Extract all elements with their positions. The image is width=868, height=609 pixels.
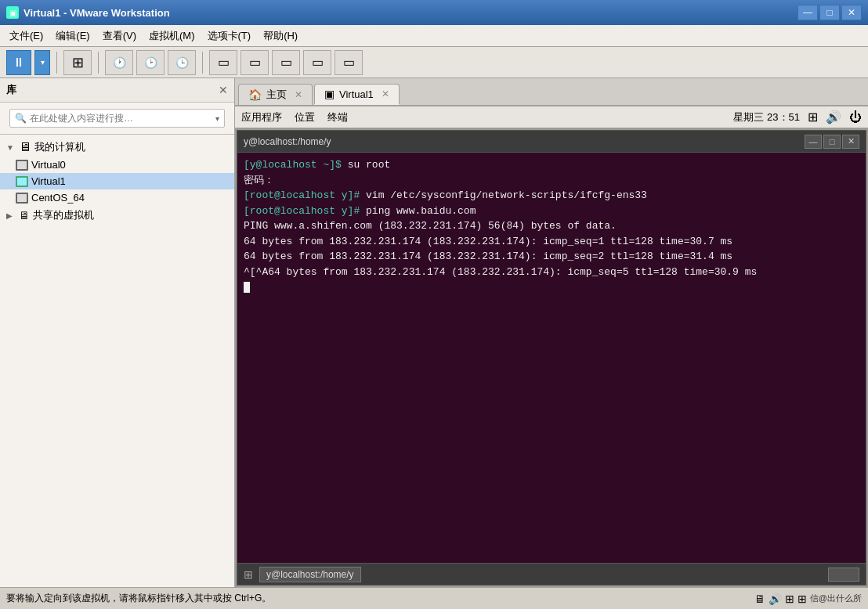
snapshot-button[interactable]: 🕐 (105, 50, 133, 75)
tree-item-virtual0[interactable]: Virtual0 (0, 157, 234, 173)
toolbar-separator-3 (202, 52, 203, 74)
snapshot-manager-button[interactable]: 🕒 (168, 50, 196, 75)
term-output-5: PING www.a.shifen.com (183.232.231.174) … (244, 220, 617, 232)
pause-button[interactable]: ⏸ (6, 50, 31, 75)
tree-label-virtual1: Virtual1 (31, 175, 66, 187)
term-line-7: 64 bytes from 183.232.231.174 (183.232.2… (244, 249, 859, 265)
status-vm-icon-2[interactable]: ⊞ (797, 593, 807, 605)
tree-label-virtual0: Virtual0 (31, 159, 66, 171)
terminal-controls: — □ ✕ (805, 135, 859, 149)
unity-button[interactable]: ▭ (303, 50, 331, 75)
vm-toolbar-terminal[interactable]: 终端 (327, 110, 348, 124)
vm-icon-centos64 (16, 193, 28, 204)
fit-guest-button[interactable]: ▭ (209, 50, 237, 75)
tree-toggle-my-computer[interactable]: ▼ (6, 143, 16, 152)
tab-home-label: 主页 (266, 88, 287, 102)
tab-home-close[interactable]: ✕ (295, 89, 302, 100)
vm-datetime: 星期三 23：51 (733, 110, 800, 124)
tree-label-centos64: CentOS_64 (31, 192, 85, 204)
tab-virtual1[interactable]: ▣ Virtual1 ✕ (314, 84, 400, 105)
minimize-button[interactable]: — (797, 5, 818, 20)
term-cursor (244, 282, 250, 293)
vm-icon-virtual0 (16, 160, 28, 171)
tree-item-centos64[interactable]: CentOS_64 (0, 189, 234, 206)
term-line-3: [root@localhost y]# vim /etc/sysconfig/n… (244, 188, 859, 204)
menu-edit[interactable]: 编辑(E) (49, 26, 96, 46)
menu-view[interactable]: 查看(V) (96, 26, 143, 46)
menu-file[interactable]: 文件(E) (3, 26, 49, 46)
term-output-7: 64 bytes from 183.232.231.174 (183.232.2… (244, 250, 732, 262)
status-bar: 要将输入定向到该虚拟机，请将鼠标指针移入其中或按 Ctrl+G。 🖥 🔊 ⊞ ⊞… (0, 587, 868, 609)
menu-vm[interactable]: 虚拟机(M) (143, 26, 201, 46)
tree-item-my-computer[interactable]: ▼ 🖥 我的计算机 (0, 138, 234, 157)
revert-button[interactable]: 🕑 (136, 50, 165, 75)
status-text: 要将输入定向到该虚拟机，请将鼠标指针移入其中或按 Ctrl+G。 (6, 592, 271, 605)
maximize-button[interactable]: □ (819, 5, 840, 20)
term-cmd-1: su root (348, 159, 391, 171)
terminal-bottom-expand-icon[interactable]: ⊞ (244, 568, 253, 581)
term-prompt-3: [root@localhost y]# (244, 189, 366, 201)
vm-screen[interactable]: y@localhost:/home/y — □ ✕ [y@localhost ~… (235, 128, 868, 587)
vm-toolbar-apps[interactable]: 应用程序 (241, 110, 282, 124)
sidebar-header: 库 ✕ (0, 78, 234, 103)
close-button[interactable]: ✕ (841, 5, 862, 20)
menu-help[interactable]: 帮助(H) (257, 26, 304, 46)
term-prompt-4: [root@localhost y]# (244, 205, 366, 217)
terminal-titlebar: y@localhost:/home/y — □ ✕ (237, 131, 866, 153)
full-screen-button[interactable]: ▭ (272, 50, 300, 75)
sidebar-title: 库 (6, 83, 16, 97)
tree-item-virtual1[interactable]: Virtual1 (0, 173, 234, 189)
shared-icon: 🖥 (19, 209, 30, 222)
term-line-5: PING www.a.shifen.com (183.232.231.174) … (244, 218, 859, 234)
status-vm-icon-1[interactable]: ⊞ (785, 593, 794, 605)
terminal-bottom: ⊞ y@localhost:/home/y (237, 563, 866, 585)
status-audio-icon[interactable]: 🔊 (769, 593, 782, 605)
window-controls: — □ ✕ (797, 5, 862, 20)
computer-icon: 🖥 (19, 140, 31, 154)
status-extra-text: 信@出什么所 (810, 593, 862, 604)
terminal-maximize[interactable]: □ (823, 135, 841, 149)
tree-toggle-shared[interactable]: ▶ (6, 211, 16, 220)
vm-toolbar: 应用程序 位置 终端 星期三 23：51 ⊞ 🔊 ⏻ (235, 106, 868, 128)
term-output-6: 64 bytes from 183.232.231.174 (183.232.2… (244, 236, 732, 247)
home-tab-icon: 🏠 (248, 88, 262, 101)
tab-home[interactable]: 🏠 主页 ✕ (238, 84, 313, 105)
fit-window-button[interactable]: ▭ (241, 50, 269, 75)
preferences-button[interactable]: ▭ (335, 50, 363, 75)
term-line-1: [y@localhost ~]$ su root (244, 157, 859, 173)
vm-toolbar-places[interactable]: 位置 (295, 110, 315, 124)
tabs-bar: 🏠 主页 ✕ ▣ Virtual1 ✕ (235, 78, 868, 106)
terminal-window: y@localhost:/home/y — □ ✕ [y@localhost ~… (237, 130, 866, 586)
tree-item-shared[interactable]: ▶ 🖥 共享的虚拟机 (0, 206, 234, 225)
title-bar: ▣ Virtual1 - VMware Workstation — □ ✕ (0, 0, 868, 25)
terminal-bottom-box (828, 568, 859, 582)
toolbar-separator-1 (56, 52, 57, 74)
status-network-icon[interactable]: 🖥 (754, 593, 765, 605)
status-icons: 🖥 🔊 ⊞ ⊞ 信@出什么所 (754, 593, 862, 605)
term-line-8: ^[^A64 bytes from 183.232.231.174 (183.2… (244, 265, 859, 280)
terminal-content[interactable]: [y@localhost ~]$ su root 密码： [root@local… (237, 153, 866, 563)
terminal-bottom-tab[interactable]: y@localhost:/home/y (259, 567, 361, 582)
term-cursor-line (244, 279, 859, 295)
terminal-minimize[interactable]: — (805, 135, 822, 149)
tab-virtual1-close[interactable]: ✕ (382, 88, 389, 99)
menu-tabs[interactable]: 选项卡(T) (201, 26, 258, 46)
search-input[interactable] (30, 113, 171, 124)
main-area: 库 ✕ 🔍 ▾ ▼ 🖥 我的计算机 Virtual0 (0, 78, 868, 587)
vm-volume-icon[interactable]: 🔊 (826, 110, 841, 124)
pause-dropdown[interactable]: ▾ (34, 50, 50, 75)
search-icon: 🔍 (15, 113, 27, 124)
tab-virtual1-label: Virtual1 (339, 88, 374, 100)
sidebar-close-button[interactable]: ✕ (219, 84, 228, 96)
search-dropdown-icon[interactable]: ▾ (215, 114, 219, 123)
menu-bar: 文件(E) 编辑(E) 查看(V) 虚拟机(M) 选项卡(T) 帮助(H) (0, 25, 868, 47)
virtual1-tab-icon: ▣ (324, 88, 335, 100)
terminal-close[interactable]: ✕ (842, 135, 859, 149)
term-cmd-4: ping www.baidu.com (366, 205, 476, 217)
send-ctrl-alt-del-button[interactable]: ⊞ (63, 50, 92, 75)
vm-icon-virtual1 (16, 176, 28, 187)
toolbar-separator-2 (98, 52, 99, 74)
vm-network-icon: ⊞ (808, 110, 818, 124)
term-output-2: 密码： (244, 175, 274, 186)
vm-power-icon[interactable]: ⏻ (849, 110, 862, 124)
